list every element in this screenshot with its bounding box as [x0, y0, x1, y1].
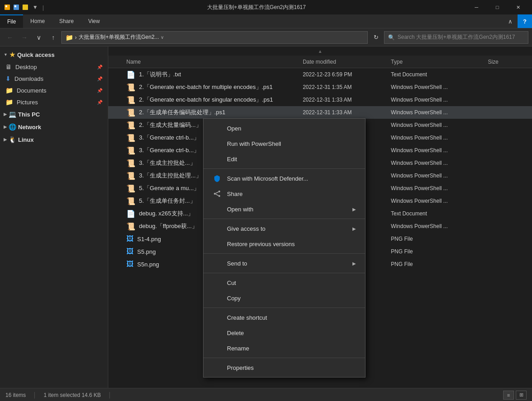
context-menu-label: Run with PowerShell — [227, 140, 281, 147]
title-bar-icons: ▼ | — [4, 4, 46, 11]
view-icons-button[interactable]: ⊞ — [516, 391, 527, 400]
context-menu-icon — [213, 259, 222, 268]
title-bar-title: 大批量压制+单视频工作流Gen2内测1617 — [49, 4, 463, 11]
column-header-date[interactable]: Date modified — [303, 56, 391, 68]
linux-chevron: ▶ — [4, 137, 7, 142]
svg-rect-3 — [14, 5, 16, 7]
back-button[interactable]: ← — [4, 31, 16, 44]
ribbon-tabs: File Home Share View ∧ ? — [0, 14, 532, 28]
svg-point-5 — [218, 191, 220, 192]
tab-file[interactable]: File — [0, 14, 23, 28]
file-name: 3.「生成主控批处理...」 — [139, 172, 202, 180]
context-menu-separator — [204, 253, 365, 254]
context-menu-item[interactable]: Cut — [204, 275, 365, 290]
file-name: S1-4.png — [137, 236, 161, 242]
search-placeholder: Search 大批量压制+单视频工作流Gen2内测1617 — [398, 33, 515, 41]
help-button[interactable]: ? — [518, 14, 532, 28]
context-menu-item[interactable]: Run with PowerShell — [204, 136, 365, 151]
file-date: 2022-12-31 1:33 AM — [303, 97, 391, 103]
file-icon: 📜 — [126, 108, 135, 117]
file-icon: 📜 — [126, 83, 135, 92]
tab-home[interactable]: Home — [23, 14, 52, 28]
file-name: 2.「Generate enc-batch for multiple encod… — [139, 83, 273, 91]
context-menu-icon — [213, 344, 222, 353]
sidebar-section-thispc[interactable]: ▶ 💻 This PC — [0, 108, 108, 121]
desktop-pin-icon: 📌 — [97, 65, 102, 70]
table-row[interactable]: 📄 1.「说明书」.txt 2022-12-23 6:59 PM Text Do… — [108, 68, 532, 81]
context-menu-item[interactable]: Copy — [204, 290, 365, 306]
column-header-type[interactable]: Type — [391, 56, 488, 68]
context-menu-icon — [213, 363, 222, 372]
address-path[interactable]: 📁 › 大批量压制+单视频工作流Gen2... ∨ — [61, 31, 368, 44]
context-menu-label: Cut — [227, 280, 236, 286]
view-list-button[interactable]: ≡ — [503, 391, 514, 400]
file-type: PNG File — [391, 236, 488, 242]
sidebar-item-downloads[interactable]: ⬇ Downloads 📌 — [0, 73, 108, 84]
sidebar-item-desktop[interactable]: 🖥 Desktop 📌 — [0, 61, 108, 73]
context-menu-icon — [213, 278, 222, 287]
maximize-button[interactable]: □ — [487, 0, 508, 14]
sidebar-section-linux[interactable]: ▶ 🐧 Linux — [0, 133, 108, 146]
context-menu-item[interactable]: Create shortcut — [204, 310, 365, 325]
context-menu-icon — [213, 239, 222, 248]
file-date: 2022-12-31 1:35 AM — [303, 84, 391, 90]
column-header-size[interactable]: Size — [488, 56, 532, 68]
context-menu-item[interactable]: Edit — [204, 151, 365, 167]
documents-pin-icon: 📌 — [97, 88, 102, 93]
minimize-button[interactable]: ─ — [466, 0, 487, 14]
address-folder-icon: 📁 — [65, 34, 73, 41]
file-icon: 🖼 — [126, 260, 134, 268]
context-menu-item[interactable]: Open with ▶ — [204, 201, 365, 217]
context-menu-item[interactable]: Give access to ▶ — [204, 221, 365, 236]
file-name: 2.「生成大批量编码...」 — [139, 121, 202, 129]
recent-locations-button[interactable]: ∨ — [32, 31, 45, 44]
file-name: S5n.png — [137, 261, 159, 268]
context-menu-item[interactable]: Rename — [204, 340, 365, 356]
context-menu-label: Restore previous versions — [227, 241, 295, 247]
address-bar: ← → ∨ ↑ 📁 › 大批量压制+单视频工作流Gen2... ∨ ↻ 🔍 Se… — [0, 28, 532, 47]
sidebar-item-documents[interactable]: 📁 Documents 📌 — [0, 84, 108, 96]
tab-share[interactable]: Share — [52, 14, 81, 28]
file-name: 2.「生成单任务编码批处理」.ps1 — [139, 108, 225, 117]
context-menu-item[interactable]: Open — [204, 121, 365, 136]
file-type: Windows PowerShell ... — [391, 135, 488, 141]
context-menu-label: Scan with Microsoft Defender... — [227, 175, 308, 182]
context-menu-item[interactable]: Scan with Microsoft Defender... — [204, 171, 365, 186]
window-controls[interactable]: ─ □ ✕ — [466, 0, 528, 14]
context-menu-separator — [204, 219, 365, 219]
file-name: 5.「生成单任务封...」 — [139, 197, 196, 205]
context-menu-item[interactable]: Properties — [204, 360, 365, 375]
quick-access-chevron: ▼ — [4, 52, 8, 57]
context-menu-item[interactable]: Delete — [204, 325, 365, 340]
up-button[interactable]: ↑ — [47, 31, 60, 44]
file-date: 2022-12-23 6:59 PM — [303, 71, 391, 78]
downloads-icon: ⬇ — [5, 75, 11, 82]
context-menu: Open Run with PowerShell Edit Scan with … — [203, 118, 365, 378]
sidebar-section-network[interactable]: ▶ 🌐 Network — [0, 121, 108, 133]
quick-access-icon: ★ — [9, 51, 15, 58]
context-menu-item[interactable]: Share — [204, 186, 365, 201]
refresh-button[interactable]: ↻ — [370, 31, 382, 44]
sidebar-item-pictures[interactable]: 📁 Pictures 📌 — [0, 96, 108, 108]
ribbon-expand-button[interactable]: ∧ — [503, 14, 518, 28]
tab-view[interactable]: View — [81, 14, 107, 28]
address-chevron-icon[interactable]: ∨ — [161, 35, 164, 40]
table-row[interactable]: 📜 2.「生成单任务编码批处理」.ps1 2022-12-31 1:33 AM … — [108, 106, 532, 119]
sidebar-linux-label: Linux — [18, 136, 34, 143]
search-bar[interactable]: 🔍 Search 大批量压制+单视频工作流Gen2内测1617 — [384, 31, 528, 44]
context-menu-separator — [204, 168, 365, 169]
sidebar-section-quick-access[interactable]: ▼ ★ Quick access — [0, 48, 108, 61]
file-icon: 📜 — [126, 159, 135, 168]
table-row[interactable]: 📜 2.「Generate enc-batch for singular enc… — [108, 93, 532, 106]
table-row[interactable]: 📜 2.「Generate enc-batch for multiple enc… — [108, 81, 532, 93]
file-name: 3.「Generate ctrl-b...」 — [139, 146, 199, 154]
close-button[interactable]: ✕ — [508, 0, 528, 14]
column-header-name[interactable]: Name — [108, 56, 303, 68]
forward-button[interactable]: → — [18, 31, 31, 44]
context-menu-icon — [213, 174, 222, 183]
linux-icon: 🐧 — [9, 136, 16, 143]
file-type: Windows PowerShell ... — [391, 147, 488, 154]
context-menu-item[interactable]: Restore previous versions — [204, 236, 365, 252]
context-menu-item[interactable]: Send to ▶ — [204, 256, 365, 271]
context-menu-label: Copy — [227, 295, 241, 302]
